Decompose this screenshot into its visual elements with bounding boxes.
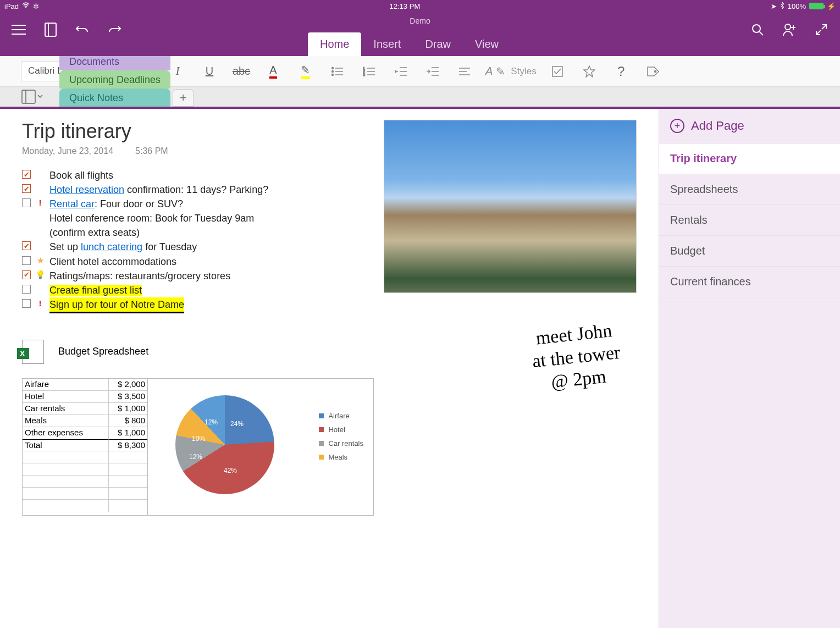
highlight-button[interactable]: ✎: [294, 60, 316, 82]
todo-text[interactable]: Book all flights: [49, 168, 113, 183]
svg-rect-1: [45, 23, 56, 36]
fullscreen-icon[interactable]: [814, 22, 829, 37]
share-person-icon[interactable]: [782, 22, 797, 37]
sections-bar: TravelAccountsDocumentsUpcoming Deadline…: [0, 87, 840, 109]
underline-button[interactable]: U: [198, 60, 220, 82]
location-icon: ➤: [771, 2, 777, 10]
question-tag-button[interactable]: ?: [610, 60, 632, 82]
battery-icon: [809, 3, 824, 9]
page-list-item[interactable]: Current finances: [659, 267, 840, 297]
strikethrough-button[interactable]: abc: [230, 60, 252, 82]
note-canvas[interactable]: Trip itinerary Monday, June 23, 2014 5:3…: [0, 109, 659, 628]
bullet-list-button[interactable]: [326, 60, 348, 82]
svg-point-10: [332, 70, 334, 72]
pie-graphic: [175, 395, 274, 494]
svg-rect-23: [552, 67, 562, 76]
checkbox-icon[interactable]: [22, 184, 31, 193]
checkbox-icon[interactable]: [22, 270, 31, 279]
svg-line-4: [759, 31, 763, 35]
excel-file-icon: [22, 340, 44, 364]
sync-icon: ✲: [33, 2, 39, 10]
tab-insert[interactable]: Insert: [361, 32, 413, 56]
todo-text[interactable]: Hotel conference room: Book for Tuesday …: [49, 211, 280, 240]
title-bar: Demo Home Insert Draw View: [0, 12, 840, 56]
todo-tag-button[interactable]: [546, 60, 568, 82]
battery-pct: 100%: [788, 2, 806, 10]
svg-point-0: [25, 7, 26, 8]
styles-button[interactable]: A✎ Styles: [485, 60, 537, 82]
search-icon[interactable]: [750, 22, 765, 37]
note-date: Monday, June 23, 2014: [22, 146, 113, 156]
plus-circle-icon: +: [670, 119, 684, 133]
todo-text[interactable]: Hotel reservation confirmation: 11 days?…: [49, 183, 268, 197]
star-tag-button[interactable]: [578, 60, 600, 82]
star-tag-icon: ★: [35, 255, 45, 267]
bluetooth-icon: [780, 2, 784, 11]
outdent-button[interactable]: [390, 60, 412, 82]
tab-home[interactable]: Home: [308, 32, 361, 56]
embedded-spreadsheet[interactable]: Airfare$ 2,000Hotel$ 3,500Car rentals$ 1…: [22, 378, 374, 516]
checkbox-icon[interactable]: [22, 170, 31, 179]
tab-draw[interactable]: Draw: [413, 32, 463, 56]
page-list-sidebar: + Add Page Trip itinerarySpreadsheetsRen…: [659, 109, 840, 628]
notebook-pane-icon[interactable]: [43, 22, 58, 37]
attachment-label: Budget Spreadsheet: [58, 346, 148, 357]
svg-point-8: [332, 67, 334, 69]
checkbox-icon[interactable]: [22, 285, 31, 294]
font-color-button[interactable]: A: [262, 60, 284, 82]
important-tag-icon: !: [35, 297, 45, 310]
ink-handwriting[interactable]: meet John at the tower @ 2pm: [529, 319, 623, 395]
todo-text[interactable]: Ratings/maps: restaurants/grocery stores: [49, 269, 230, 283]
align-button[interactable]: [454, 60, 476, 82]
section-tab[interactable]: Upcoming Deadlines: [59, 70, 170, 89]
ribbon-tabs: Home Insert Draw View: [308, 31, 511, 56]
idea-tag-icon: 💡: [35, 269, 45, 281]
tags-button[interactable]: [642, 60, 664, 82]
svg-point-5: [785, 24, 791, 30]
svg-point-12: [332, 74, 334, 75]
budget-table: Airfare$ 2,000Hotel$ 3,500Car rentals$ 1…: [23, 379, 148, 515]
todo-text[interactable]: Client hotel accommodations: [49, 255, 176, 269]
todo-text[interactable]: Sign up for tour of Notre Dame: [49, 297, 184, 313]
todo-text[interactable]: Set up lunch catering for Tuesday: [49, 240, 197, 254]
todo-text[interactable]: Rental car: Four door or SUV?: [49, 197, 183, 211]
styles-label: Styles: [511, 66, 536, 77]
checkbox-icon[interactable]: [22, 256, 31, 265]
undo-icon[interactable]: [75, 22, 90, 37]
checkbox-icon[interactable]: [22, 241, 31, 250]
svg-rect-25: [22, 90, 35, 103]
add-page-button[interactable]: + Add Page: [659, 109, 840, 143]
svg-text:3: 3: [363, 73, 365, 76]
chart-legend: AirfareHotelCar rentalsMeals: [319, 412, 363, 467]
menu-icon[interactable]: [11, 22, 26, 37]
page-list-item[interactable]: Trip itinerary: [659, 143, 840, 174]
svg-point-3: [753, 25, 760, 32]
note-time: 5:36 PM: [135, 146, 168, 156]
tab-view[interactable]: View: [463, 32, 511, 56]
checkbox-icon[interactable]: [22, 299, 31, 308]
page-list-item[interactable]: Rentals: [659, 205, 840, 236]
svg-point-24: [654, 70, 656, 72]
clock: 12:13 PM: [39, 2, 771, 10]
wifi-icon: [22, 2, 30, 10]
page-list-item[interactable]: Budget: [659, 236, 840, 267]
section-tab[interactable]: Quick Notes: [59, 89, 170, 107]
page-list-item[interactable]: Spreadsheets: [659, 174, 840, 205]
notebook-picker[interactable]: [16, 87, 48, 107]
ios-status-bar: iPad ✲ 12:13 PM ➤ 100% ⚡: [0, 0, 840, 12]
add-page-label: Add Page: [691, 119, 744, 133]
todo-text[interactable]: Create final guest list: [49, 283, 142, 297]
number-list-button[interactable]: 123: [358, 60, 380, 82]
charging-icon: ⚡: [827, 2, 836, 10]
inserted-image[interactable]: [384, 120, 637, 293]
document-title: Demo: [410, 16, 430, 25]
pie-chart: 24% 42% 12% 10% 12% AirfareHotelCar rent…: [148, 379, 373, 515]
redo-icon[interactable]: [107, 22, 122, 37]
add-section-button[interactable]: +: [173, 89, 194, 107]
indent-button[interactable]: [422, 60, 444, 82]
checkbox-icon[interactable]: [22, 198, 31, 207]
important-tag-icon: !: [35, 197, 45, 209]
device-label: iPad: [4, 2, 19, 10]
